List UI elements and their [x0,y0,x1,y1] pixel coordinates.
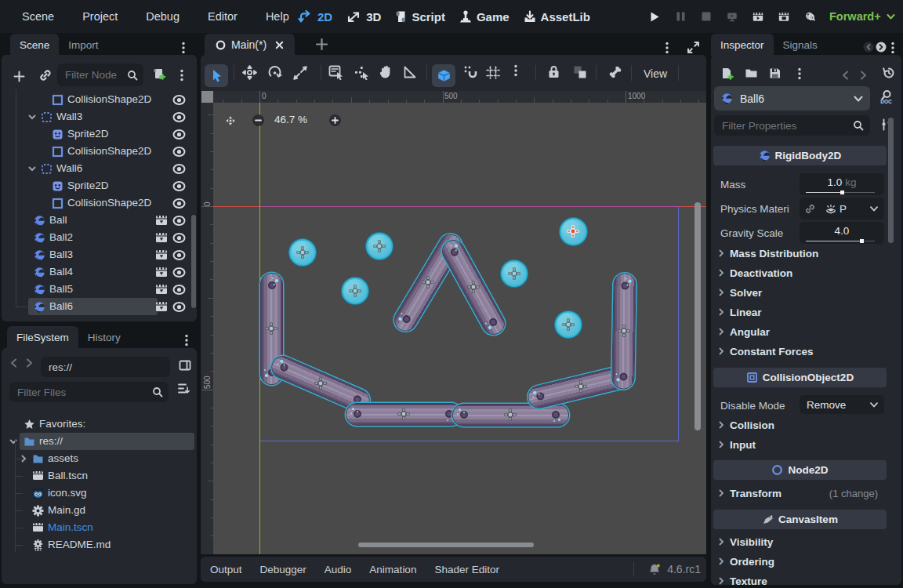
visibility-eye-icon[interactable] [172,285,186,295]
scene-tree-row-ball6[interactable]: Ball6 [2,298,197,315]
bottom-bar-shader-editor[interactable]: Shader Editor [434,564,499,575]
group-transform[interactable]: Transform (1 change) [719,484,884,503]
scene-tree-row-wall6[interactable]: Wall6 [2,160,197,177]
path-input[interactable]: res:// [41,357,170,377]
tool-move-pivot[interactable] [354,65,370,80]
wall-position-gizmo[interactable] [618,325,630,337]
file-row-assets[interactable]: assets [2,450,197,467]
group-mass-distribution[interactable]: Mass Distribution [719,244,884,263]
group-input[interactable]: Input [719,435,884,454]
group-constant-forces[interactable]: Constant Forces [719,342,884,361]
visibility-eye-icon[interactable] [172,250,186,260]
tool-scale[interactable] [293,66,307,80]
filter-node-input[interactable]: Filter Node [57,64,143,86]
ball-position-gizmo[interactable] [508,267,520,280]
tab-inspector[interactable]: Inspector [711,34,774,56]
view-menu[interactable]: View [644,67,667,80]
bottom-bar-audio[interactable]: Audio [325,564,352,575]
visibility-eye-icon[interactable] [172,233,186,243]
nav-forward-icon[interactable] [26,358,33,368]
visibility-eye-icon[interactable] [172,129,186,140]
context-button-script[interactable]: Script [395,9,445,24]
center-view-icon[interactable] [224,114,237,127]
instanced-scene-icon[interactable] [155,267,168,278]
toggle-smart-snap[interactable] [432,64,455,87]
toggle-grid-snap[interactable] [463,65,477,79]
group-ordering[interactable]: Ordering [719,552,884,571]
profiler-button[interactable] [804,10,815,23]
category-rigidbody2d[interactable]: RigidBody2D [713,146,887,165]
canvas-2d[interactable]: 46.7 % [213,103,706,554]
scene-tree-scrollbar[interactable] [191,215,196,308]
canvas-hscrollbar[interactable] [358,543,534,547]
scene-tree-row-ball[interactable]: Ball [2,212,197,229]
visibility-eye-icon[interactable] [172,267,186,278]
inspector-dock-menu-icon[interactable] [891,42,894,54]
notification-bell-icon[interactable] [648,563,661,576]
wall-position-gizmo[interactable] [575,380,587,393]
scene-tree-row-wall3[interactable]: Wall3 [2,108,197,125]
ball-position-gizmo[interactable] [349,285,361,297]
file-row-ball-tscn[interactable]: Ball.tscn [2,467,197,485]
group-angular[interactable]: Angular [719,322,884,341]
new-scene-tab-icon[interactable] [315,38,328,51]
menu-project[interactable]: Project [82,10,118,23]
inspector-scrollbar[interactable] [888,118,894,243]
scene-dock-menu-icon[interactable] [182,42,185,54]
scene-tree-row-collisionshape2d[interactable]: CollisionShape2D [2,194,197,212]
remote-button[interactable] [727,11,738,23]
tab-import[interactable]: Import [59,34,107,56]
movie-play-button[interactable] [752,11,763,23]
file-row-icon-svg[interactable]: icon.svg [2,485,197,502]
category-node2d[interactable]: Node2D [713,460,887,480]
tool-rotate[interactable] [267,65,282,80]
visibility-eye-icon[interactable] [172,95,186,105]
split-mode-icon[interactable] [179,359,191,372]
context-button-game[interactable]: Game [459,10,510,24]
menu-editor[interactable]: Editor [208,10,238,23]
file-row-main-gd[interactable]: Main.gd [2,502,197,519]
scene-tabs-menu-icon[interactable] [665,42,669,54]
tab-history[interactable]: History [78,326,130,348]
zoom-level[interactable]: 46.7 % [274,114,307,125]
zoom-out-button[interactable] [252,114,264,126]
group-deactivation[interactable]: Deactivation [719,263,884,282]
scene-tree-row-ball4[interactable]: Ball4 [2,263,197,281]
scene-tree-row-ball5[interactable]: Ball5 [2,281,197,298]
ruler-corner[interactable] [201,91,213,103]
scene-tree-row-collisionshape2d[interactable]: CollisionShape2D [2,143,197,160]
instanced-scene-icon[interactable] [155,284,168,295]
tab-filesystem[interactable]: FileSystem [7,326,78,348]
close-icon[interactable] [275,41,284,49]
menu-debug[interactable]: Debug [146,10,180,23]
tab-scene[interactable]: Scene [10,34,59,56]
canvas-vscrollbar[interactable] [694,202,701,430]
file-row-favorites-[interactable]: Favorites: [2,416,197,433]
slider-grabber[interactable] [860,239,864,243]
ball-position-gizmo[interactable] [373,240,386,252]
lock-node-icon[interactable] [548,65,560,79]
wall-position-gizmo[interactable] [504,408,517,421]
visibility-eye-icon[interactable] [172,216,186,226]
stop-button[interactable] [701,12,712,21]
scene-tree-row-sprite2d[interactable]: Sprite2D [2,177,197,194]
tool-move[interactable] [242,65,257,80]
file-row-res-[interactable]: res:// [2,433,197,450]
wall-position-gizmo[interactable] [397,408,410,420]
group-linear[interactable]: Linear [719,303,884,321]
renderer-dropdown[interactable]: Forward+ [829,0,895,33]
bottom-bar-animation[interactable]: Animation [369,564,416,575]
bottom-bar-debugger[interactable]: Debugger [260,564,306,575]
tab-signals[interactable]: Signals [774,34,827,56]
group-visibility[interactable]: Visibility [719,532,884,551]
history-next-icon[interactable] [876,42,887,53]
visibility-eye-icon[interactable] [172,198,186,209]
property-disable-mode[interactable]: Remove [800,395,884,414]
property-physics-material[interactable]: P [800,198,884,220]
visibility-eye-icon[interactable] [172,147,186,157]
menu-help[interactable]: Help [266,10,289,23]
group-collision[interactable]: Collision [719,416,884,434]
tool-select-list[interactable] [328,65,344,80]
ball-position-gizmo[interactable] [562,318,575,331]
collapse-chevron-icon[interactable] [28,166,36,172]
